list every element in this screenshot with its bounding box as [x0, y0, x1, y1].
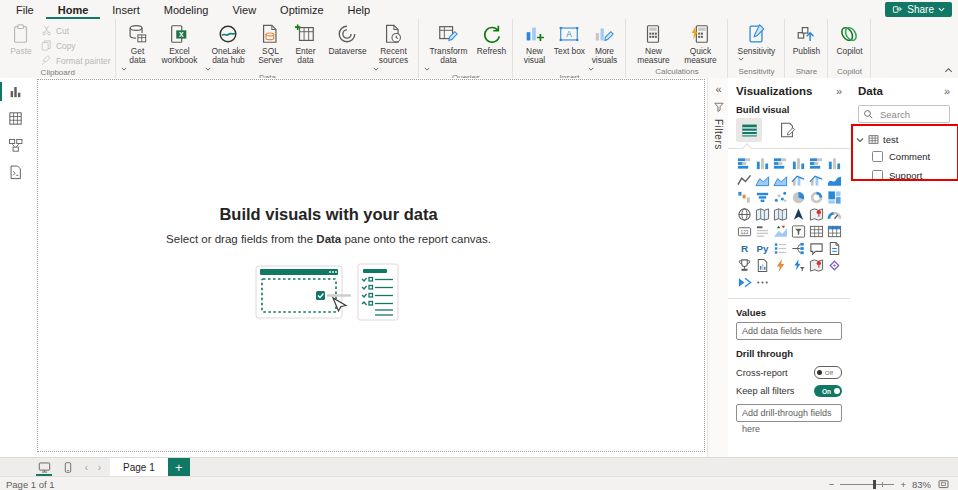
visual-map[interactable] — [735, 206, 753, 223]
visual-more-options[interactable] — [753, 274, 771, 291]
visual-qa-visual[interactable] — [807, 240, 825, 257]
get-data-button[interactable]: Get data — [121, 21, 153, 72]
expand-filters-icon[interactable]: « — [715, 83, 721, 95]
visual-clustered-bar-chart[interactable] — [771, 155, 789, 172]
tab-page-1[interactable]: Page 1 — [110, 458, 168, 477]
visual-azure-map[interactable] — [789, 206, 807, 223]
visual-paginated-report[interactable] — [753, 257, 771, 274]
tab-build-visual[interactable] — [736, 118, 762, 142]
visual-python-visual[interactable]: Py — [753, 240, 771, 257]
field-label[interactable]: Comment — [889, 151, 930, 162]
visual-100-stacked-column-chart[interactable] — [825, 155, 843, 172]
refresh-button[interactable]: Refresh — [475, 21, 507, 56]
visual-filled-map[interactable] — [753, 206, 771, 223]
visual-stacked-area-chart[interactable] — [771, 172, 789, 189]
enter-data-button[interactable]: Enter data — [289, 21, 321, 66]
cross-report-toggle[interactable]: Off — [814, 366, 842, 379]
visual-100-stacked-bar-chart[interactable] — [807, 155, 825, 172]
onelake-data-hub-button[interactable]: OneLake data hub — [205, 21, 251, 72]
chevron-down-icon[interactable] — [856, 136, 864, 144]
more-visuals-button[interactable]: More visuals — [588, 21, 620, 72]
fit-to-page-icon[interactable] — [937, 479, 950, 490]
visual-smart-narrative[interactable] — [825, 240, 843, 257]
excel-workbook-button[interactable]: XExcel workbook — [156, 21, 202, 66]
desktop-layout-button[interactable] — [32, 458, 56, 477]
collapse-data-pane-icon[interactable]: » — [944, 85, 950, 97]
sidebar-item-model-view[interactable] — [0, 132, 30, 159]
sensitivity-button[interactable]: Sensitivity — [733, 21, 779, 62]
menu-view[interactable]: View — [220, 0, 268, 19]
new-visual-button[interactable]: New visual — [518, 21, 550, 66]
visual-shape-map[interactable] — [771, 206, 789, 223]
publish-button[interactable]: Publish — [790, 21, 822, 56]
menu-home[interactable]: Home — [46, 0, 101, 19]
field-row-comment[interactable]: Comment — [850, 147, 958, 166]
visual-scatter-chart[interactable] — [771, 189, 789, 206]
visual-waterfall-chart[interactable] — [735, 189, 753, 206]
dataverse-button[interactable]: Dataverse — [324, 21, 370, 56]
field-row-support[interactable]: Support — [850, 166, 958, 185]
visual-slicer[interactable] — [789, 223, 807, 240]
previous-page-button[interactable]: ‹ — [80, 458, 93, 477]
visual-pie-chart[interactable] — [789, 189, 807, 206]
menu-help[interactable]: Help — [336, 0, 383, 19]
new-measure-button[interactable]: New measure — [631, 21, 675, 66]
visual-treemap[interactable] — [825, 189, 843, 206]
field-label[interactable]: Support — [889, 170, 922, 181]
zoom-slider[interactable] — [840, 484, 894, 485]
visual-funnel-chart[interactable] — [753, 189, 771, 206]
visual-get-more-visuals[interactable] — [735, 274, 753, 291]
visual-arcgis-map[interactable] — [807, 206, 825, 223]
tab-format-visual[interactable] — [774, 118, 800, 142]
visual-r-script-visual[interactable]: R — [735, 240, 753, 257]
collapse-visualizations-icon[interactable]: » — [836, 85, 842, 97]
quick-measure-button[interactable]: Quick measure — [678, 21, 722, 66]
zoom-slider-thumb[interactable] — [873, 480, 876, 489]
recent-sources-button[interactable]: Recent sources — [373, 21, 413, 72]
menu-file[interactable]: File — [4, 0, 46, 19]
menu-optimize[interactable]: Optimize — [268, 0, 335, 19]
text-box-button[interactable]: AText box — [553, 21, 585, 56]
visual-power-apps-visual[interactable] — [771, 257, 789, 274]
visual-pinned-map-visual[interactable] — [807, 257, 825, 274]
add-drill-through-fields-dropzone[interactable]: Add drill-through fields here — [736, 404, 842, 422]
visual-donut-chart[interactable] — [807, 189, 825, 206]
sidebar-item-dax-query-view[interactable] — [0, 159, 30, 186]
zoom-out-button[interactable]: − — [829, 479, 835, 490]
table-row-test[interactable]: test — [850, 132, 958, 147]
search-input[interactable] — [878, 108, 952, 121]
sidebar-item-report-view[interactable] — [0, 78, 30, 105]
sidebar-item-table-view[interactable] — [0, 105, 30, 132]
menu-insert[interactable]: Insert — [100, 0, 152, 19]
collapse-ribbon-button[interactable] — [944, 66, 953, 75]
zoom-in-button[interactable]: + — [900, 479, 906, 490]
transform-data-button[interactable]: Transform data — [424, 21, 472, 72]
visual-stacked-bar-chart[interactable] — [735, 155, 753, 172]
mobile-layout-button[interactable] — [56, 458, 80, 477]
search-box[interactable] — [858, 105, 950, 123]
visual-ribbon-chart[interactable] — [825, 172, 843, 189]
visual-stacked-column-chart[interactable] — [753, 155, 771, 172]
visual-key-influencers[interactable] — [771, 240, 789, 257]
visual-table[interactable] — [807, 223, 825, 240]
visual-area-chart[interactable] — [753, 172, 771, 189]
visual-custom-visual[interactable] — [825, 257, 843, 274]
keep-all-filters-toggle[interactable]: On — [814, 385, 842, 397]
field-checkbox[interactable] — [872, 170, 883, 181]
add-data-fields-dropzone[interactable]: Add data fields here — [736, 322, 842, 340]
visual-decomposition-tree[interactable] — [789, 240, 807, 257]
visual-line-and-clustered-column-chart[interactable] — [807, 172, 825, 189]
visual-power-automate-visual[interactable] — [789, 257, 807, 274]
report-canvas[interactable]: Build visuals with your data Select or d… — [30, 78, 707, 457]
visual-line-chart[interactable] — [735, 172, 753, 189]
next-page-button[interactable]: › — [93, 458, 106, 477]
copilot-button[interactable]: Copilot — [833, 21, 865, 56]
visual-gauge[interactable] — [825, 206, 843, 223]
visual-line-and-stacked-column-chart[interactable] — [789, 172, 807, 189]
sql-server-button[interactable]: SQL Server — [254, 21, 286, 66]
visual-metrics[interactable] — [735, 257, 753, 274]
visual-clustered-column-chart[interactable] — [789, 155, 807, 172]
menu-modeling[interactable]: Modeling — [152, 0, 221, 19]
new-page-button[interactable]: + — [168, 458, 190, 477]
visual-kpi[interactable] — [771, 223, 789, 240]
